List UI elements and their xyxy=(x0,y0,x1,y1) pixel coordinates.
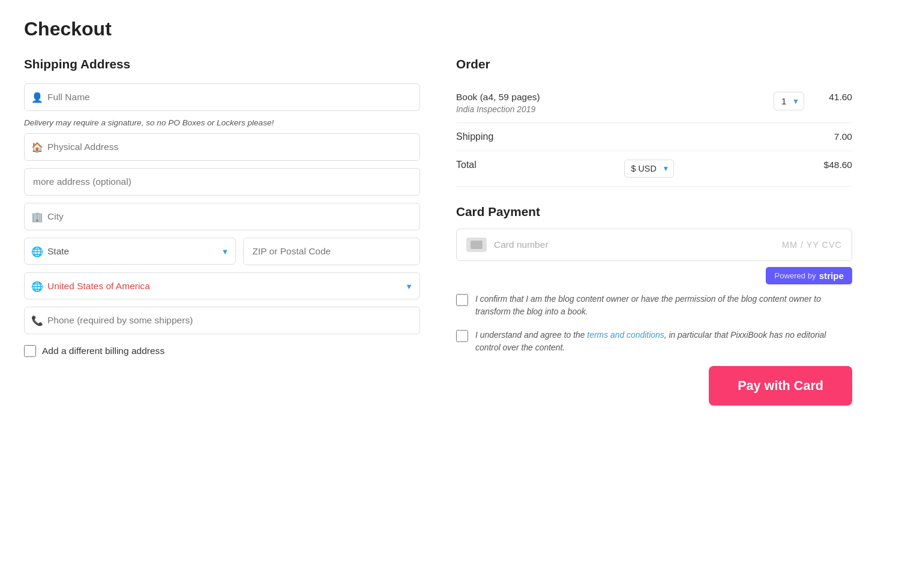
currency-select[interactable]: $ USD € EUR £ GBP xyxy=(624,160,674,178)
zip-group xyxy=(243,238,420,265)
order-item-row: Book (a4, 59 pages) India Inspection 201… xyxy=(456,83,852,123)
terms-section: I confirm that I am the blog content own… xyxy=(456,293,852,354)
phone-group: 📞 xyxy=(24,307,420,334)
city-icon: 🏢 xyxy=(31,211,43,223)
total-label: Total xyxy=(456,160,477,170)
phone-input[interactable] xyxy=(24,307,420,334)
order-item-price: 41.60 xyxy=(822,92,852,103)
order-item-sub: India Inspection 2019 xyxy=(456,104,756,114)
more-address-group xyxy=(24,168,420,196)
order-total-price: $48.60 xyxy=(822,160,852,170)
pay-button[interactable]: Pay with Card xyxy=(709,366,852,406)
terms-link[interactable]: terms and conditions xyxy=(587,330,664,340)
terms1-row: I confirm that I am the blog content own… xyxy=(456,293,852,318)
order-total-row: Total $ USD € EUR £ GBP ▼ $48.60 xyxy=(456,151,852,187)
city-input[interactable] xyxy=(24,203,420,230)
terms2-text: I understand and agree to the terms and … xyxy=(475,329,852,354)
person-icon: 👤 xyxy=(31,92,43,103)
terms1-checkbox[interactable] xyxy=(456,294,468,306)
city-group: 🏢 xyxy=(24,203,420,230)
stripe-brand-text: stripe xyxy=(819,271,844,281)
card-payment-title: Card Payment xyxy=(456,205,852,219)
order-section: Order Book (a4, 59 pages) India Inspecti… xyxy=(456,57,852,187)
order-item-name: Book (a4, 59 pages) xyxy=(456,92,756,103)
country-select[interactable]: United States of America xyxy=(24,272,420,299)
stripe-badge-inner: Powered by stripe xyxy=(766,267,852,284)
currency-select-wrap: $ USD € EUR £ GBP ▼ xyxy=(624,160,674,178)
full-name-input[interactable] xyxy=(24,83,420,111)
shipping-label: Shipping xyxy=(456,131,493,142)
order-item-area: Book (a4, 59 pages) India Inspection 201… xyxy=(456,92,756,114)
pay-button-wrap: Pay with Card xyxy=(456,366,852,406)
terms2-checkbox[interactable] xyxy=(456,330,468,342)
order-shipping-price: 7.00 xyxy=(822,131,852,142)
qty-select[interactable]: 1 2 3 xyxy=(774,92,804,110)
terms2-before: I understand and agree to the xyxy=(475,330,587,340)
card-number-placeholder: Card number xyxy=(494,239,549,250)
qty-select-wrap: 1 2 3 ▼ xyxy=(774,92,804,110)
country-wrap: 🌐 United States of America ▼ xyxy=(24,272,420,299)
powered-by-text: Powered by xyxy=(774,271,816,280)
order-shipping-row: Shipping 7.00 xyxy=(456,123,852,151)
card-input-box[interactable]: Card number MM / YY CVC xyxy=(456,229,852,261)
order-title: Order xyxy=(456,57,852,71)
stripe-badge: Powered by stripe xyxy=(456,267,852,284)
phone-icon: 📞 xyxy=(31,315,43,326)
card-date-cvc: MM / YY CVC xyxy=(782,240,842,250)
order-qty-wrap: 1 2 3 ▼ xyxy=(774,92,804,110)
zip-input[interactable] xyxy=(243,238,420,265)
more-address-input[interactable] xyxy=(24,168,420,196)
state-select-wrap: 🌐 State ▼ xyxy=(24,238,236,265)
state-select[interactable]: State xyxy=(24,238,236,265)
card-input-left: Card number xyxy=(466,238,549,252)
delivery-note: Delivery may require a signature, so no … xyxy=(24,118,420,127)
state-zip-row: 🌐 State ▼ xyxy=(24,238,420,265)
shipping-address-section: Shipping Address 👤 Delivery may require … xyxy=(24,57,420,406)
shipping-section-title: Shipping Address xyxy=(24,57,420,71)
billing-checkbox-label: Add a different billing address xyxy=(42,346,164,356)
home-icon: 🏠 xyxy=(31,142,43,153)
card-icon xyxy=(466,238,487,252)
terms2-row: I understand and agree to the terms and … xyxy=(456,329,852,354)
billing-checkbox-group: Add a different billing address xyxy=(24,345,420,357)
page-title: Checkout xyxy=(24,18,875,40)
terms1-text: I confirm that I am the blog content own… xyxy=(475,293,852,318)
physical-address-input[interactable] xyxy=(24,133,420,161)
order-payment-section: Order Book (a4, 59 pages) India Inspecti… xyxy=(456,57,852,406)
full-name-group: 👤 xyxy=(24,83,420,111)
billing-checkbox[interactable] xyxy=(24,345,36,357)
physical-address-group: 🏠 xyxy=(24,133,420,161)
